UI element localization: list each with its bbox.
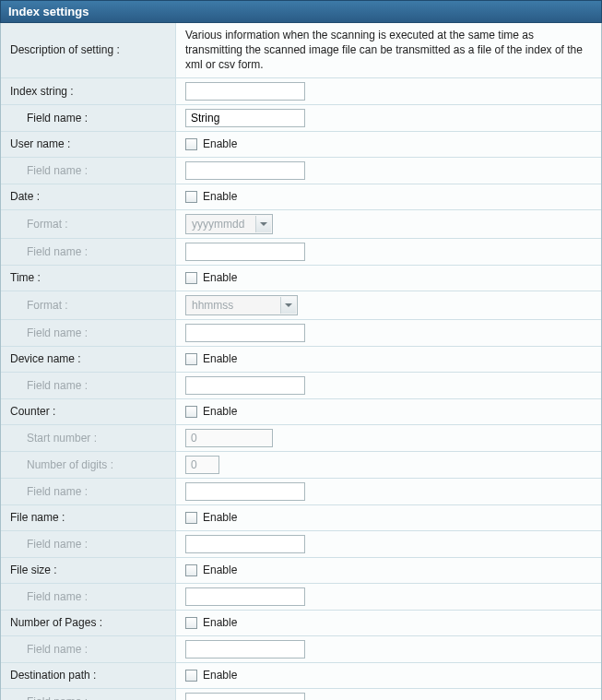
counter-label: Counter :: [1, 399, 176, 424]
date-enable-checkbox[interactable]: [185, 191, 197, 203]
filesize-enable-label: Enable: [203, 564, 237, 576]
pages-enable-label: Enable: [203, 616, 237, 629]
devicename-fieldname-input[interactable]: [185, 376, 305, 395]
index-string-label: Index string :: [1, 78, 176, 104]
date-enable-label: Enable: [203, 190, 237, 203]
index-string-fieldname-label: Field name :: [1, 105, 176, 131]
filename-fieldname-label: Field name :: [1, 531, 176, 557]
pages-enable-checkbox[interactable]: [185, 617, 197, 629]
username-enable-label: Enable: [203, 137, 237, 150]
description-text: Various information when the scanning is…: [176, 23, 601, 77]
filename-label: File name :: [1, 505, 176, 530]
index-settings-panel: Description of setting : Various informa…: [0, 23, 602, 700]
time-format-select[interactable]: hhmmss: [185, 295, 298, 315]
date-fieldname-label: Field name :: [1, 239, 176, 265]
time-fieldname-label: Field name :: [1, 320, 176, 346]
counter-digits-label: Number of digits :: [1, 452, 176, 478]
counter-digits-input[interactable]: [185, 456, 219, 474]
filesize-label: File size :: [1, 558, 176, 583]
counter-fieldname-label: Field name :: [1, 479, 176, 504]
index-string-fieldname-input[interactable]: [185, 109, 305, 127]
devicename-label: Device name :: [1, 347, 176, 372]
date-format-label: Format :: [1, 210, 176, 238]
devicename-enable-label: Enable: [203, 352, 237, 365]
pages-fieldname-input[interactable]: [185, 640, 305, 658]
index-string-input[interactable]: [185, 82, 305, 101]
destpath-enable-checkbox[interactable]: [185, 670, 197, 682]
username-enable-checkbox[interactable]: [185, 138, 197, 150]
panel-title: Index settings: [0, 0, 602, 23]
destpath-fieldname-input[interactable]: [185, 693, 305, 700]
destpath-enable-label: Enable: [203, 669, 237, 682]
username-fieldname-input[interactable]: [185, 161, 305, 180]
time-label: Time :: [1, 266, 176, 291]
date-format-value: yyyymmdd: [192, 218, 244, 231]
devicename-enable-checkbox[interactable]: [185, 353, 197, 365]
destpath-label: Destination path :: [1, 663, 176, 688]
filesize-fieldname-label: Field name :: [1, 584, 176, 610]
date-label: Date :: [1, 184, 176, 209]
chevron-down-icon: [280, 297, 296, 314]
time-enable-label: Enable: [203, 271, 237, 284]
filename-enable-label: Enable: [203, 511, 237, 524]
counter-fieldname-input[interactable]: [185, 482, 305, 501]
filename-enable-checkbox[interactable]: [185, 512, 197, 524]
date-fieldname-input[interactable]: [185, 243, 305, 261]
destpath-fieldname-label: Field name :: [1, 689, 176, 700]
date-format-select[interactable]: yyyymmdd: [185, 214, 273, 234]
pages-label: Number of Pages :: [1, 611, 176, 635]
description-label: Description of setting :: [1, 23, 176, 77]
username-label: User name :: [1, 132, 176, 157]
time-enable-checkbox[interactable]: [185, 272, 197, 284]
time-format-value: hhmmss: [192, 299, 233, 312]
filesize-fieldname-input[interactable]: [185, 587, 305, 606]
pages-fieldname-label: Field name :: [1, 636, 176, 662]
filesize-enable-checkbox[interactable]: [185, 564, 197, 576]
counter-enable-label: Enable: [203, 405, 237, 418]
devicename-fieldname-label: Field name :: [1, 373, 176, 398]
counter-enable-checkbox[interactable]: [185, 406, 197, 418]
chevron-down-icon: [255, 216, 271, 232]
time-fieldname-input[interactable]: [185, 324, 305, 342]
username-fieldname-label: Field name :: [1, 158, 176, 184]
time-format-label: Format :: [1, 291, 176, 319]
counter-startnumber-label: Start number :: [1, 425, 176, 451]
counter-startnumber-input[interactable]: [185, 429, 273, 447]
filename-fieldname-input[interactable]: [185, 535, 305, 553]
